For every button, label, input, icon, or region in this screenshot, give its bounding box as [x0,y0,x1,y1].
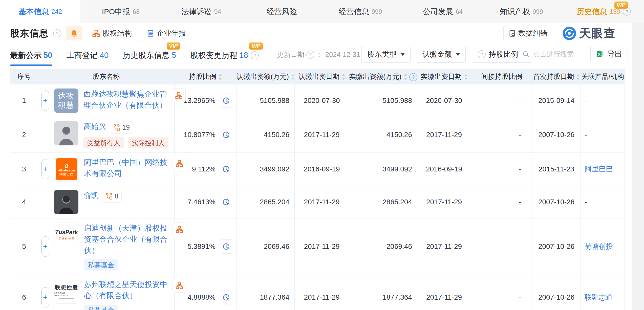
top-tab-5[interactable]: 经营信息999+ [322,0,402,23]
top-tab-2[interactable]: IPO申报68 [80,0,161,23]
pie-chart-icon-button[interactable] [219,239,233,254]
top-tab-6[interactable]: 公司发展64 [402,0,483,23]
export-button[interactable]: X 导出 [590,46,628,62]
filter-label: 认缴金额 [422,49,452,59]
shareholder-photo [54,190,78,214]
filter-dropdown-2[interactable]: 认缴金额 [417,46,466,63]
subtab-2[interactable]: 工商登记40 [66,43,108,66]
pie-chart-icon-button[interactable] [219,290,233,304]
top-tab-4[interactable]: 经营风险 [242,0,322,23]
subscribed-date-cell: 2016-09-19 [295,153,349,186]
shareholder-name-link[interactable]: 阿里巴巴（中国）网络技术有限公司 [84,157,169,179]
subscribed-date-cell: 2017-11-29 [295,218,349,275]
column-header[interactable]: 认缴出资额(万元) [237,69,295,84]
sort-arrows-icon [404,74,407,80]
top-tab-count: 68 [133,8,140,15]
subscribe-bell-button[interactable] [66,26,82,40]
expand-button[interactable]: + [41,159,49,179]
first-holding-date-cell: 2007-10-26 [532,275,581,310]
search-box[interactable] [518,46,594,62]
top-tab-count: 94 [214,8,221,15]
correction-doc-icon [509,30,516,37]
column-header[interactable]: 认缴出资日期 [295,69,349,84]
shareholder-logo: 达孜积慧 [54,88,78,113]
role-tag: 受益所有人 [83,137,124,148]
paid-amount-cell: 3499.092 [349,153,417,186]
related-product-link[interactable]: 荷塘创投 [585,242,613,250]
top-tab-3[interactable]: 法律诉讼94 [161,0,242,23]
subscribed-date-cell: 2017-11-29 [295,117,349,153]
top-tab-7[interactable]: 知识产权999+ [483,0,564,23]
pie-chart-icon-button[interactable] [219,195,233,209]
row-index-cell: 4 [10,186,38,218]
column-header-label: 认缴出资额(万元) [237,73,289,80]
subtab-label: 最新公示 [10,50,41,61]
page-title: 股东信息 [10,27,49,40]
related-companies-badge[interactable]: 8 [102,190,122,203]
help-icon[interactable]: ? [53,29,61,37]
sort-down-icon [219,78,222,80]
column-header[interactable]: 持股比例 [175,69,237,84]
paid-amount-cell: 1877.364 [349,275,417,310]
related-product-cell: 荷塘创投 [581,218,625,275]
top-tab-8[interactable]: 历史信息139?VIP [564,0,644,23]
shareholder-name-cell: +TusPark启迪科技园启迪创新（天津）股权投资基金合伙企业（有限合伙）私募基… [38,218,175,275]
expand-button[interactable]: + [41,236,49,257]
shareholder-name-link[interactable]: 启迪创新（天津）股权投资基金合伙企业（有限合伙） [84,223,169,256]
help-icon[interactable]: ? [251,51,259,59]
shareholder-info-page: 基本信息242IPO申报68法律诉讼94经营风险经营信息999+公司发展64知识… [0,0,644,310]
pie-chart-icon-button[interactable] [219,128,233,142]
shareholder-logo: 联想控股LEGEND HOLDINGS [54,279,79,304]
subtab-label: 历史股东信息 [123,50,170,61]
holding-ratio-value: 13.2965% [184,97,216,104]
subtab-1[interactable]: 最新公示50 [10,43,52,66]
pie-chart-icon-button[interactable] [219,94,233,108]
subtab-3[interactable]: 历史股东信息5VIP [123,43,176,66]
indirect-ratio-cell: - [471,186,532,218]
equity-structure-icon-button[interactable] [173,157,186,170]
related-product-value: - [585,131,587,139]
column-header[interactable]: 实缴出资额(万元)? [349,69,417,84]
annual-report-button[interactable]: 企业年报 [142,26,191,41]
subtab-4[interactable]: 股权变更历程18?VIP [190,43,259,66]
column-header[interactable]: 实缴出资日期 [417,69,471,84]
help-icon[interactable]: ? [623,8,631,16]
help-icon[interactable]: ? [409,73,417,81]
related-product-link[interactable]: 阿里巴巴 [585,165,613,173]
brand-logo: 天眼查 [562,26,616,41]
related-companies-badge[interactable]: 19 [110,121,133,134]
related-product-link[interactable]: 联融志道 [585,293,613,301]
shareholder-name-link[interactable]: 苏州联想之星天使投资中心（有限合伙） [84,279,169,301]
equity-structure-icon-button[interactable] [173,223,186,236]
sort-up-icon [404,74,407,76]
equity-structure-icon-button[interactable] [172,88,186,102]
equity-structure-button[interactable]: 股权结构 [87,26,137,41]
filter-label: 持股比例 [489,49,518,59]
expand-button[interactable]: + [41,287,49,307]
paid-date-cell: 2017-11-29 [417,275,471,310]
equity-structure-icon-button[interactable] [173,279,186,293]
shareholder-logo: TusPark启迪科技园 [54,223,79,247]
help-icon[interactable]: ? [478,50,486,58]
sort-arrows-icon [576,74,580,80]
search-input[interactable] [532,50,582,58]
sort-arrows-icon [342,74,345,80]
column-header[interactable]: 首次持股日期 [532,69,581,84]
help-icon[interactable]: ? [306,51,314,59]
filter-dropdown-1[interactable]: 股东类型 [361,46,411,63]
paid-date-cell: 2016-09-19 [417,153,471,186]
shareholder-name-link[interactable]: 高始兴 [83,121,106,132]
expand-button[interactable]: + [41,91,49,111]
shareholder-name-link[interactable]: 西藏达孜积慧聚焦企业管理合伙企业（有限合伙） [83,88,168,111]
shareholder-name-link[interactable]: 俞凯 [83,190,99,201]
subtab-count: 5 [172,51,176,60]
vip-badge: VIP [614,2,628,9]
logo-text: LEGEND HOLDINGS [54,292,79,297]
subscribed-amount-cell: 2069.46 [237,218,295,275]
row-index-cell: 6 [10,275,38,310]
related-product-cell: - [581,186,625,218]
paid-amount-cell: 2865.204 [349,186,417,218]
pie-chart-icon-button[interactable] [219,162,233,176]
data-correction-button[interactable]: 数据纠错 [503,26,553,41]
top-tab-1[interactable]: 基本信息242 [0,0,80,23]
